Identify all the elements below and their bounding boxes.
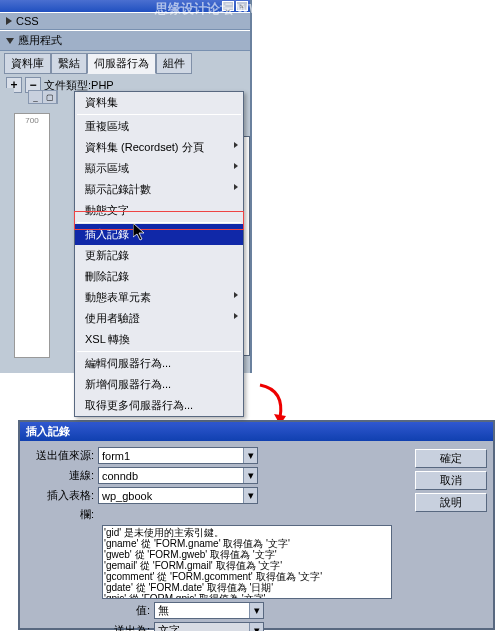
menu-item[interactable]: 重複區域: [75, 116, 243, 137]
dialog-titlebar: 插入記錄: [20, 422, 493, 441]
select-conn[interactable]: conndb▾: [98, 467, 258, 484]
list-item[interactable]: 'gdate' 從 'FORM.date' 取得值為 '日期': [104, 582, 390, 593]
menu-item[interactable]: 插入記錄: [75, 224, 243, 245]
chevron-down-icon[interactable]: ▾: [243, 448, 257, 463]
ruler-mark: 700: [15, 116, 49, 125]
tab-database[interactable]: 資料庫: [4, 53, 51, 74]
select-send-as[interactable]: 文字▾: [154, 622, 264, 631]
menu-item[interactable]: 資料集 (Recordset) 分頁: [75, 137, 243, 158]
doc-gutter: [0, 88, 14, 358]
submenu-arrow-icon: [234, 292, 238, 298]
menu-item[interactable]: 動態表單元素: [75, 287, 243, 308]
label-send-as: 送出為:: [26, 623, 154, 631]
tab-components[interactable]: 組件: [156, 53, 192, 74]
menu-separator: [77, 222, 241, 223]
submenu-arrow-icon: [234, 142, 238, 148]
ruler: 700: [14, 113, 50, 358]
section-app[interactable]: 應用程式: [0, 30, 250, 51]
section-label: 應用程式: [18, 33, 62, 48]
submenu-arrow-icon: [234, 184, 238, 190]
section-label: CSS: [16, 15, 39, 27]
columns-listbox[interactable]: 'gid' 是未使用的主索引鍵。'gname' 從 'FORM.gname' 取…: [102, 525, 392, 599]
label-table: 插入表格:: [26, 488, 98, 503]
label-conn: 連線:: [26, 468, 98, 483]
tab-server-behaviors[interactable]: 伺服器行為: [87, 53, 156, 74]
menu-item[interactable]: 顯示記錄計數: [75, 179, 243, 200]
menu-item[interactable]: 新增伺服器行為...: [75, 374, 243, 395]
menu-item[interactable]: 取得更多伺服器行為...: [75, 395, 243, 416]
add-menu: 資料集重複區域資料集 (Recordset) 分頁顯示區域顯示記錄計數動態文字插…: [74, 91, 244, 417]
window-controls-small: _ ▢: [28, 90, 58, 104]
section-css[interactable]: CSS: [0, 12, 250, 30]
menu-item[interactable]: 更新記錄: [75, 245, 243, 266]
submenu-arrow-icon: [234, 163, 238, 169]
chevron-down-icon[interactable]: ▾: [249, 603, 263, 618]
menu-item[interactable]: 資料集: [75, 92, 243, 113]
tab-bar: 資料庫 繫結 伺服器行為 組件: [0, 51, 250, 74]
panel-titlebar: _ ×: [0, 0, 250, 12]
expand-icon: [6, 17, 12, 25]
list-item[interactable]: 'gid' 是未使用的主索引鍵。: [104, 527, 390, 538]
min-icon[interactable]: _: [29, 91, 43, 103]
label-source: 送出值來源:: [26, 448, 98, 463]
select-value[interactable]: 無▾: [154, 602, 264, 619]
list-item[interactable]: 'gweb' 從 'FORM.gweb' 取得值為 '文字': [104, 549, 390, 560]
dialog-buttons: 確定 取消 說明: [415, 447, 487, 631]
chevron-down-icon[interactable]: ▾: [249, 623, 263, 631]
list-item[interactable]: 'gname' 從 'FORM.gname' 取得值為 '文字': [104, 538, 390, 549]
list-item[interactable]: 'gemail' 從 'FORM.gmail' 取得值為 '文字': [104, 560, 390, 571]
menu-item[interactable]: XSL 轉換: [75, 329, 243, 350]
menu-item[interactable]: 編輯伺服器行為...: [75, 353, 243, 374]
menu-item[interactable]: 顯示區域: [75, 158, 243, 179]
insert-record-dialog: 插入記錄 送出值來源: form1▾ 連線: conndb▾ 插入表格: wp_…: [18, 420, 495, 630]
chevron-down-icon[interactable]: ▾: [243, 468, 257, 483]
close-icon[interactable]: ×: [236, 1, 248, 11]
minimize-icon[interactable]: _: [222, 1, 234, 11]
list-item[interactable]: 'gcomment' 從 'FORM.gcomment' 取得值為 '文字': [104, 571, 390, 582]
select-table[interactable]: wp_gbook▾: [98, 487, 258, 504]
menu-item[interactable]: 刪除記錄: [75, 266, 243, 287]
label-columns: 欄:: [26, 507, 98, 522]
menu-item[interactable]: 使用者驗證: [75, 308, 243, 329]
submenu-arrow-icon: [234, 313, 238, 319]
select-source[interactable]: form1▾: [98, 447, 258, 464]
tab-bindings[interactable]: 繫結: [51, 53, 87, 74]
help-button[interactable]: 說明: [415, 493, 487, 512]
ok-button[interactable]: 確定: [415, 449, 487, 468]
collapse-icon: [6, 38, 14, 44]
restore-icon[interactable]: ▢: [43, 91, 57, 103]
label-value: 值:: [26, 603, 154, 618]
menu-item[interactable]: 動態文字: [75, 200, 243, 221]
chevron-down-icon[interactable]: ▾: [243, 488, 257, 503]
cancel-button[interactable]: 取消: [415, 471, 487, 490]
list-item[interactable]: 'gpic' 從 'FORM.gpic' 取得值為 '文字': [104, 593, 390, 599]
dialog-form: 送出值來源: form1▾ 連線: conndb▾ 插入表格: wp_gbook…: [26, 447, 409, 631]
menu-separator: [77, 351, 241, 352]
menu-separator: [77, 114, 241, 115]
